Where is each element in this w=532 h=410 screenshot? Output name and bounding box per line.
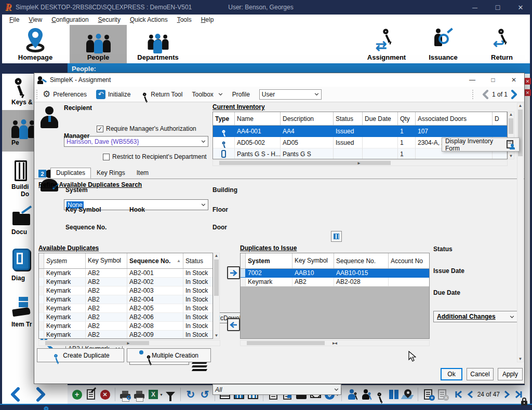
chevron-left-icon[interactable]	[482, 90, 489, 99]
apply-button[interactable]: Apply	[498, 368, 523, 380]
dialog-maximize-button[interactable]: □	[483, 73, 503, 87]
table-row[interactable]: KeymarkAB2AB2-001In Stock	[39, 269, 212, 278]
dialog-toolbar: ⚙ Preferences ↶ Initialize Return Tool T…	[34, 87, 524, 102]
menu-quick-actions[interactable]: Quick Actions	[126, 15, 172, 24]
initialize-button[interactable]: ↶ Initialize	[96, 90, 130, 99]
table-row[interactable]: KeymarkAB2AB2-004In Stock	[39, 295, 212, 304]
table-row[interactable]: KeymarkAB2AB2-003In Stock	[39, 286, 212, 295]
nav-return[interactable]: ↩ Return	[477, 25, 527, 63]
key-tools-button[interactable]	[374, 388, 386, 401]
reload-data-button[interactable]: ↺	[198, 388, 211, 401]
inventory-header-row[interactable]: Type Name Description Status Due Date Qt…	[213, 112, 507, 126]
toolbox-menu[interactable]: Toolbox	[192, 91, 222, 98]
available-vertical-scrollbar[interactable]: ▲ ▼	[213, 253, 220, 339]
menu-file[interactable]: File	[5, 15, 23, 24]
map-location-button[interactable]	[402, 388, 414, 401]
filter-button[interactable]	[164, 388, 177, 401]
page-header: People:	[68, 63, 530, 74]
ok-button[interactable]: Ok	[441, 368, 462, 380]
refresh-button[interactable]: ↻	[184, 388, 197, 401]
available-duplicates-title: Available Duplicates	[38, 244, 99, 252]
menu-tools[interactable]: Tools	[173, 15, 196, 24]
pager-drag-handle[interactable]	[472, 90, 474, 99]
nav-assignment[interactable]: ⇄ Assignment	[362, 25, 411, 63]
table-row[interactable]: KeymarkAB2AB2-005In Stock	[39, 304, 212, 313]
tab-item[interactable]: Item	[131, 168, 154, 179]
record-pager: 1 of 1	[470, 90, 518, 99]
available-header-row[interactable]: System Key Symbol Sequence No.▲ Status	[39, 253, 212, 269]
previous-page-button[interactable]	[467, 390, 473, 399]
nav-people[interactable]: People	[70, 25, 127, 63]
close-record-icon[interactable]: ✕	[524, 89, 531, 96]
bottom-status-strip	[0, 404, 532, 410]
maximize-button[interactable]	[486, 0, 509, 15]
next-record-button[interactable]	[35, 387, 47, 402]
menu-view[interactable]: View	[24, 15, 46, 24]
card-add-button[interactable]: +	[422, 388, 434, 401]
person-key-button[interactable]	[360, 388, 372, 401]
menu-configuration[interactable]: Configuration	[47, 15, 92, 24]
minimize-button[interactable]	[463, 0, 486, 15]
tooltip: Display Inventory Form	[442, 138, 520, 152]
inventory-horizontal-scrollbar[interactable]: ◄ ►	[212, 160, 508, 166]
require-auth-checkbox[interactable]: ✓ Require Manager's Authorization	[97, 125, 196, 132]
item-tracking-icon	[11, 297, 35, 320]
table-row[interactable]: KeymarkAB2AB2-009In Stock	[39, 331, 212, 339]
assign-person-button[interactable]	[345, 388, 358, 401]
previous-record-button[interactable]	[9, 387, 21, 402]
add-to-issue-button[interactable]	[227, 266, 240, 279]
issue-header-row[interactable]: System Key Symbol Sequence No. Account N…	[241, 253, 429, 269]
nav-homepage[interactable]: Homepage	[9, 25, 61, 63]
dialog-close-button[interactable]: ✕	[503, 73, 524, 87]
door-panel-button[interactable]	[388, 388, 400, 401]
door-plan-button[interactable]	[331, 231, 342, 242]
menu-security[interactable]: Security	[94, 15, 125, 24]
close-button[interactable]	[509, 0, 532, 15]
table-row[interactable]: KeymarkAB2AB2-006In Stock	[39, 313, 212, 322]
arrow-right-icon	[230, 270, 237, 276]
table-row[interactable]: KeymarkAB2AB2-008In Stock	[39, 322, 212, 331]
issue-horizontal-scrollbar[interactable]: ◄ ►	[240, 340, 430, 346]
return-tool-button[interactable]: Return Tool	[140, 89, 182, 100]
refresh-icon: ↻	[187, 388, 195, 401]
first-record-button[interactable]	[455, 390, 463, 399]
floor-select[interactable]: All	[212, 384, 341, 395]
chevron-right-icon[interactable]	[511, 90, 518, 99]
available-horizontal-scrollbar[interactable]: ◄ ►	[38, 340, 220, 346]
create-duplicate-button[interactable]: Create Duplicate	[37, 348, 124, 362]
preferences-button[interactable]: ⚙ Preferences	[43, 89, 87, 100]
close-record-icon[interactable]: ✕	[524, 78, 531, 85]
next-page-button[interactable]	[504, 390, 510, 399]
inventory-vertical-scrollbar[interactable]: ▲ ▼	[508, 112, 514, 159]
people-icon	[11, 115, 36, 138]
card-remove-button[interactable]: ✕	[436, 388, 448, 401]
delete-button[interactable]: ✕	[99, 388, 111, 401]
nav-departments[interactable]: Departments	[132, 25, 184, 63]
tab-key-rings[interactable]: Key Rings	[91, 168, 131, 179]
manager-label: Manager	[64, 132, 89, 140]
nav-issuance[interactable]: Issuance	[420, 25, 467, 63]
remove-from-issue-button[interactable]	[227, 318, 240, 331]
tab-duplicates[interactable]: Duplicates	[50, 168, 91, 179]
filter-icon	[166, 392, 175, 397]
assignment-dialog: SimpleK - Assignment — □ ✕ ⚙ Preferences…	[34, 73, 525, 384]
edit-button[interactable]	[85, 388, 97, 401]
print-preview-button[interactable]	[119, 388, 131, 401]
profile-select[interactable]: User	[259, 89, 322, 100]
restrict-department-checkbox[interactable]: Restrict to Recipient's Department	[103, 153, 207, 160]
print-button[interactable]	[133, 388, 145, 401]
table-row[interactable]: 7002 AAB10 AAB10-015	[241, 269, 429, 278]
multiple-creation-button[interactable]: Multiple Creation	[127, 348, 211, 362]
dialog-minimize-button[interactable]: —	[462, 73, 483, 87]
building-label: Building	[212, 186, 237, 194]
additional-changes-button[interactable]: Additional Changes	[433, 311, 518, 322]
add-button[interactable]: +	[71, 388, 83, 401]
table-row[interactable]: KeymarkAB2AB2-002In Stock	[39, 278, 212, 286]
toolbar-drag-handle[interactable]	[36, 90, 38, 99]
item-icon	[221, 150, 226, 158]
menu-help[interactable]: Help	[197, 15, 218, 24]
table-row[interactable]: AA4-001 AA4 Issued 1 107	[213, 126, 507, 137]
cancel-button[interactable]: Cancel	[467, 368, 494, 380]
table-row[interactable]: Keymark AB2 AB2-028	[241, 278, 429, 286]
export-excel-button[interactable]: X▼	[147, 388, 159, 401]
